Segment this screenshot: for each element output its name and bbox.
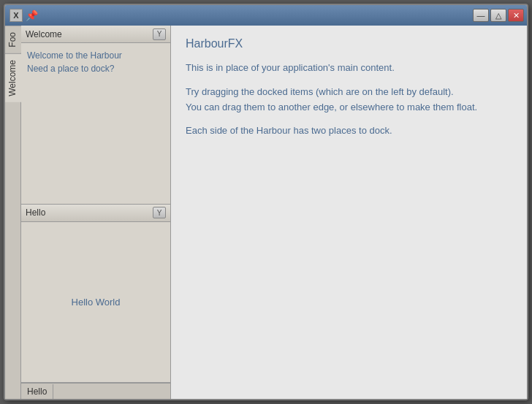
dock-area: Welcome Y Welcome to the Harbour Need a … xyxy=(21,26,171,399)
pin-icon[interactable]: 📌 xyxy=(26,9,38,21)
hello-world-text: Hello World xyxy=(72,297,121,308)
left-dock-wrapper: Foo Welcome Welcome Y xyxy=(5,26,171,399)
hello-panel-header[interactable]: Hello Y xyxy=(21,205,170,222)
vertical-tab-bar: Foo Welcome xyxy=(5,26,21,399)
tab-hello[interactable]: Hello xyxy=(21,384,53,399)
titlebar: X 📌 — △ ✕ xyxy=(5,5,527,26)
main-paragraph-3: Each side of the Harbour has two places … xyxy=(186,123,512,139)
titlebar-left: X 📌 xyxy=(10,9,38,22)
close-button[interactable]: ✕ xyxy=(508,9,524,22)
welcome-text: Welcome to the Harbour Need a place to d… xyxy=(27,49,164,75)
minimize-button[interactable]: — xyxy=(473,9,489,22)
app-icon: X xyxy=(10,9,23,22)
main-paragraph-1: This is in place of your application's m… xyxy=(186,61,512,76)
hello-panel-content: Hello World xyxy=(21,222,170,383)
tab-welcome[interactable]: Welcome xyxy=(5,53,21,102)
main-content-area: HarbourFX This is in place of your appli… xyxy=(171,26,527,399)
welcome-panel-header[interactable]: Welcome Y xyxy=(21,26,170,43)
welcome-panel-dropdown-button[interactable]: Y xyxy=(153,28,166,40)
titlebar-controls: — △ ✕ xyxy=(473,9,524,22)
hello-dock-panel: Hello Y Hello World xyxy=(21,205,170,384)
main-paragraph-2: Try dragging the docked items (which are… xyxy=(186,85,512,115)
main-window: X 📌 — △ ✕ Foo Welcome xyxy=(4,4,528,400)
main-title: HarbourFX xyxy=(186,37,512,50)
tab-foo[interactable]: Foo xyxy=(5,26,21,53)
welcome-dock-panel: Welcome Y Welcome to the Harbour Need a … xyxy=(21,26,170,205)
hello-panel-title: Hello xyxy=(26,207,45,218)
content-area: Foo Welcome Welcome Y xyxy=(5,26,527,399)
welcome-panel-content: Welcome to the Harbour Need a place to d… xyxy=(21,43,170,204)
hello-content: Hello World xyxy=(27,228,164,377)
welcome-panel-title: Welcome xyxy=(26,29,62,39)
hello-panel-dropdown-button[interactable]: Y xyxy=(153,207,166,218)
maximize-button[interactable]: △ xyxy=(490,9,506,22)
bottom-vtab-bar: Hello xyxy=(21,383,170,399)
